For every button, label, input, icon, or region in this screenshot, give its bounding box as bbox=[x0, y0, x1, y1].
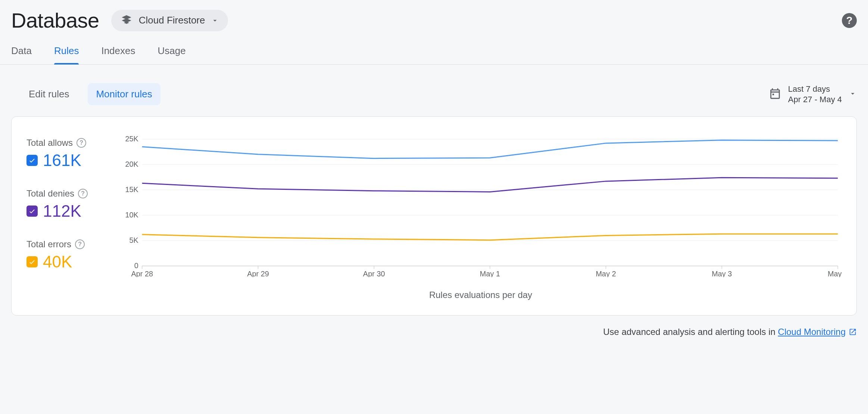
legend-item-denies: Total denies ? 112K bbox=[26, 188, 112, 220]
svg-text:25K: 25K bbox=[125, 135, 138, 143]
legend-title-denies: Total denies bbox=[26, 188, 74, 199]
svg-text:20K: 20K bbox=[125, 160, 138, 168]
rules-chart: 05K10K15K20K25KApr 28Apr 29Apr 30May 1Ma… bbox=[120, 135, 842, 277]
top-tabs: Data Rules Indexes Usage bbox=[0, 32, 868, 65]
legend-checkbox-errors[interactable] bbox=[26, 256, 38, 267]
date-range-range: Apr 27 - May 4 bbox=[788, 94, 842, 105]
monitor-rules-card: Total allows ? 161K Total denies ? bbox=[11, 116, 857, 316]
legend-item-errors: Total errors ? 40K bbox=[26, 239, 112, 271]
sub-tabs: Edit rules Monitor rules bbox=[21, 83, 160, 105]
calendar-icon bbox=[769, 87, 781, 101]
tab-rules[interactable]: Rules bbox=[54, 45, 79, 64]
legend-value-allows: 161K bbox=[43, 151, 81, 170]
date-range-picker[interactable]: Last 7 days Apr 27 - May 4 bbox=[769, 84, 857, 104]
svg-text:May 1: May 1 bbox=[480, 270, 500, 277]
firestore-icon bbox=[120, 14, 133, 27]
help-icon-errors[interactable]: ? bbox=[75, 239, 85, 249]
legend-item-allows: Total allows ? 161K bbox=[26, 138, 112, 170]
svg-text:May 4: May 4 bbox=[828, 270, 842, 277]
chart-area: 05K10K15K20K25KApr 28Apr 29Apr 30May 1Ma… bbox=[120, 135, 842, 300]
chevron-down-icon bbox=[849, 90, 857, 99]
help-icon-denies[interactable]: ? bbox=[78, 189, 88, 198]
svg-text:Apr 29: Apr 29 bbox=[247, 270, 269, 277]
database-selector-chip[interactable]: Cloud Firestore bbox=[111, 10, 228, 31]
legend-title-allows: Total allows bbox=[26, 138, 73, 148]
legend-checkbox-denies[interactable] bbox=[26, 206, 38, 217]
help-icon-allows[interactable]: ? bbox=[77, 138, 86, 148]
svg-text:15K: 15K bbox=[125, 185, 138, 194]
svg-text:5K: 5K bbox=[129, 236, 138, 244]
footer-text: Use advanced analysis and alerting tools… bbox=[603, 327, 778, 337]
subtab-edit-rules[interactable]: Edit rules bbox=[21, 83, 77, 105]
legend-value-errors: 40K bbox=[43, 253, 72, 271]
help-icon[interactable]: ? bbox=[842, 13, 857, 28]
legend-value-denies: 112K bbox=[43, 202, 81, 220]
svg-text:May 3: May 3 bbox=[712, 270, 732, 277]
cloud-monitoring-link[interactable]: Cloud Monitoring bbox=[778, 327, 857, 337]
chart-legend: Total allows ? 161K Total denies ? bbox=[26, 135, 112, 300]
tab-data[interactable]: Data bbox=[11, 45, 32, 64]
date-range-preset: Last 7 days bbox=[788, 84, 842, 94]
legend-title-errors: Total errors bbox=[26, 239, 71, 250]
page-title: Database bbox=[11, 8, 99, 32]
legend-checkbox-allows[interactable] bbox=[26, 155, 38, 166]
tab-indexes[interactable]: Indexes bbox=[101, 45, 135, 64]
tab-usage[interactable]: Usage bbox=[157, 45, 185, 64]
svg-text:Apr 30: Apr 30 bbox=[363, 270, 385, 277]
chart-x-axis-label: Rules evaluations per day bbox=[120, 290, 842, 300]
svg-text:0: 0 bbox=[134, 261, 138, 270]
database-selector-label: Cloud Firestore bbox=[139, 15, 205, 26]
svg-text:10K: 10K bbox=[125, 211, 138, 219]
subtab-monitor-rules[interactable]: Monitor rules bbox=[88, 83, 160, 105]
cloud-monitoring-link-label: Cloud Monitoring bbox=[778, 327, 846, 337]
chevron-down-icon bbox=[211, 16, 219, 25]
svg-text:May 2: May 2 bbox=[596, 270, 616, 277]
svg-text:Apr 28: Apr 28 bbox=[131, 270, 153, 277]
external-link-icon bbox=[849, 328, 857, 336]
footer-link-row: Use advanced analysis and alerting tools… bbox=[0, 316, 868, 337]
